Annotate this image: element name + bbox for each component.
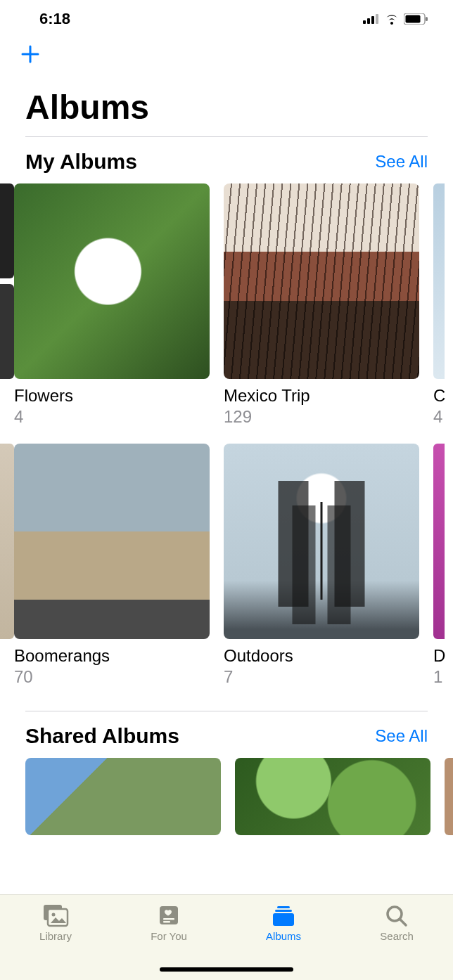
add-button[interactable] — [20, 44, 41, 68]
album-mexico-trip[interactable]: Mexico Trip 129 — [224, 183, 419, 427]
album-count: 1 — [433, 667, 445, 687]
album-name: C — [433, 386, 445, 406]
svg-rect-14 — [275, 910, 292, 912]
status-time: 6:18 — [39, 10, 70, 28]
svg-rect-13 — [277, 906, 290, 908]
search-icon — [383, 903, 410, 927]
albums-icon — [270, 903, 297, 927]
library-icon — [42, 903, 69, 927]
album-peek-right[interactable]: D 1 — [433, 444, 445, 687]
tab-label: For You — [151, 930, 187, 942]
status-icons — [363, 13, 428, 25]
album-count: 129 — [224, 407, 419, 427]
wifi-icon — [384, 13, 400, 25]
svg-rect-15 — [273, 913, 294, 926]
tab-albums[interactable]: Albums — [266, 903, 301, 942]
svg-rect-0 — [363, 20, 366, 24]
shared-albums-row — [0, 758, 453, 835]
tab-label: Albums — [266, 930, 301, 942]
shared-albums-header: Shared Albums See All — [0, 711, 453, 758]
svg-rect-12 — [163, 921, 170, 923]
album-thumb — [224, 444, 419, 639]
my-albums-header: My Albums See All — [0, 137, 453, 183]
svg-rect-8 — [48, 909, 68, 926]
for-you-icon — [155, 903, 182, 927]
plus-icon — [20, 44, 41, 65]
album-thumb — [14, 183, 210, 379]
home-indicator[interactable] — [160, 967, 293, 972]
my-albums-row-1: Flowers 4 Mexico Trip 129 C 4 — [0, 183, 453, 427]
nav-bar — [0, 38, 453, 74]
shared-albums-see-all[interactable]: See All — [375, 726, 428, 746]
album-count: 4 — [14, 407, 210, 427]
svg-rect-1 — [367, 18, 370, 24]
my-albums-title: My Albums — [25, 150, 137, 174]
tab-label: Search — [380, 930, 414, 942]
shared-album[interactable] — [235, 758, 430, 835]
tab-library[interactable]: Library — [39, 903, 72, 942]
tab-bar: Library For You Albums Search — [0, 894, 453, 980]
tab-for-you[interactable]: For You — [151, 903, 187, 942]
shared-albums-title: Shared Albums — [25, 724, 179, 748]
album-name: Flowers — [14, 386, 210, 406]
album-name: Boomerangs — [14, 646, 210, 666]
status-bar: 6:18 — [0, 0, 453, 38]
album-flowers[interactable]: Flowers 4 — [14, 183, 210, 427]
album-name: D — [433, 646, 445, 666]
album-thumb — [445, 758, 453, 835]
tab-search[interactable]: Search — [380, 903, 414, 942]
album-count: 70 — [14, 667, 210, 687]
svg-rect-3 — [376, 14, 378, 24]
my-albums-row-2: Boomerangs 70 Outdoors 7 D 1 — [0, 444, 453, 687]
shared-album-peek[interactable] — [445, 758, 453, 835]
svg-rect-6 — [426, 17, 428, 21]
page-title: Albums — [0, 74, 453, 136]
svg-point-9 — [52, 913, 56, 917]
tab-label: Library — [39, 930, 72, 942]
svg-rect-11 — [163, 918, 174, 920]
album-boomerangs[interactable]: Boomerangs 70 — [14, 444, 210, 687]
battery-icon — [404, 13, 428, 25]
album-outdoors[interactable]: Outdoors 7 — [224, 444, 419, 687]
album-thumb — [433, 444, 445, 639]
shared-album[interactable] — [25, 758, 221, 835]
album-name: Outdoors — [224, 646, 419, 666]
my-albums-see-all[interactable]: See All — [375, 152, 428, 172]
album-count: 7 — [224, 667, 419, 687]
album-thumb — [433, 183, 445, 379]
album-peek-right[interactable]: C 4 — [433, 183, 445, 427]
cellular-icon — [363, 14, 380, 24]
svg-rect-5 — [406, 15, 421, 23]
album-count: 4 — [433, 407, 445, 427]
album-thumb — [14, 444, 210, 639]
album-thumb — [224, 183, 419, 379]
album-thumb — [235, 758, 430, 835]
svg-line-17 — [400, 920, 406, 925]
svg-rect-2 — [371, 16, 374, 24]
album-name: Mexico Trip — [224, 386, 419, 406]
album-thumb — [25, 758, 221, 835]
